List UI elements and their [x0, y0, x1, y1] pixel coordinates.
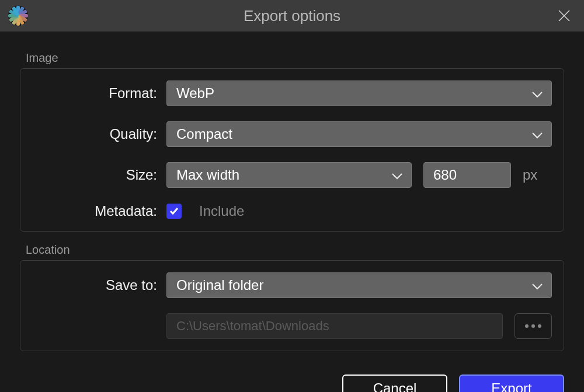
chevron-down-icon — [531, 277, 543, 293]
quality-value: Compact — [176, 126, 232, 142]
metadata-check-label: Include — [199, 203, 244, 219]
format-label: Format: — [32, 85, 166, 102]
size-unit: px — [523, 167, 543, 183]
image-group: Format: WebP Quality: Compact Size: — [20, 68, 564, 232]
format-select[interactable]: WebP — [166, 80, 552, 106]
metadata-checkbox[interactable] — [166, 204, 182, 219]
chevron-down-icon — [531, 85, 543, 102]
location-group-label: Location — [26, 243, 564, 257]
metadata-label: Metadata: — [32, 203, 166, 219]
quality-select[interactable]: Compact — [166, 121, 552, 147]
format-value: WebP — [176, 85, 214, 102]
dialog-title: Export options — [0, 7, 584, 25]
image-group-label: Image — [26, 51, 564, 65]
size-label: Size: — [32, 167, 166, 183]
size-value-input[interactable] — [423, 162, 511, 188]
browse-button[interactable] — [515, 313, 552, 339]
chevron-down-icon — [531, 126, 543, 142]
saveto-select[interactable]: Original folder — [166, 272, 552, 298]
saveto-value: Original folder — [176, 277, 263, 293]
titlebar: Export options — [0, 0, 584, 32]
quality-label: Quality: — [32, 126, 166, 142]
size-mode-select[interactable]: Max width — [166, 162, 412, 188]
location-group: Save to: Original folder C:\Users\tomat\… — [20, 260, 564, 351]
check-icon — [169, 206, 179, 216]
ellipsis-icon — [525, 324, 529, 328]
cancel-button[interactable]: Cancel — [342, 374, 447, 392]
saveto-label: Save to: — [32, 277, 166, 293]
path-display: C:\Users\tomat\Downloads — [166, 313, 503, 339]
dialog-actions: Cancel Export — [0, 363, 584, 392]
export-button[interactable]: Export — [459, 374, 564, 392]
size-mode-value: Max width — [176, 167, 239, 183]
chevron-down-icon — [391, 167, 403, 183]
